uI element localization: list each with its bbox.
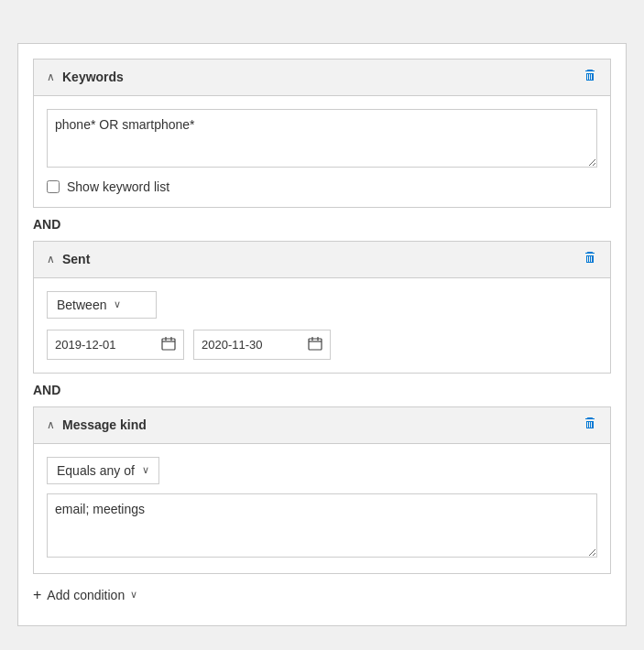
- message-kind-dropdown-value: Equals any of: [57, 463, 135, 478]
- date-field-start[interactable]: 2019-12-01: [47, 330, 184, 360]
- svg-rect-4: [309, 339, 322, 350]
- svg-rect-0: [162, 339, 175, 350]
- sent-section: ∧ Sent Between ∨ 2: [33, 241, 611, 374]
- sent-header-left: ∧ Sent: [47, 252, 90, 266]
- calendar-svg-start: [161, 336, 176, 351]
- keywords-header-left: ∧ Keywords: [47, 70, 124, 84]
- sent-dropdown-arrow: ∨: [114, 298, 121, 310]
- and-label-2: AND: [33, 383, 60, 397]
- calendar-svg-end: [308, 336, 322, 351]
- show-keyword-row: Show keyword list: [47, 179, 597, 194]
- show-keyword-checkbox[interactable]: [47, 180, 60, 193]
- sent-section-title: Sent: [62, 252, 90, 266]
- keywords-collapse-icon[interactable]: ∧: [47, 70, 55, 83]
- sent-delete-button[interactable]: [583, 251, 597, 268]
- keywords-delete-icon: [583, 69, 597, 83]
- and-label-1: AND: [33, 217, 60, 232]
- message-kind-section-body: Equals any of ∨ email; meetings: [34, 444, 610, 573]
- add-condition-chevron-icon: ∨: [130, 589, 137, 601]
- sent-collapse-icon[interactable]: ∧: [47, 253, 55, 265]
- keywords-delete-button[interactable]: [583, 69, 597, 86]
- message-kind-section-title: Message kind: [62, 417, 147, 432]
- date-field-end[interactable]: 2020-11-30: [193, 330, 331, 360]
- sent-section-body: Between ∨ 2019-12-01: [34, 278, 610, 373]
- message-kind-delete-icon: [583, 417, 597, 431]
- sent-section-header: ∧ Sent: [34, 242, 610, 278]
- date-end-text: 2020-11-30: [202, 338, 263, 352]
- message-kind-dropdown[interactable]: Equals any of ∨: [47, 457, 159, 484]
- date-fields-row: 2019-12-01 2020-11-30: [47, 330, 597, 360]
- message-kind-collapse-icon[interactable]: ∧: [47, 418, 55, 431]
- add-condition-plus-icon: +: [33, 587, 41, 603]
- sent-dropdown-row: Between ∨: [47, 291, 597, 319]
- message-kind-dropdown-arrow: ∨: [142, 464, 149, 476]
- and-connector-2: AND: [18, 374, 626, 406]
- message-kind-textarea[interactable]: email; meetings: [47, 493, 597, 558]
- and-connector-1: AND: [18, 208, 626, 241]
- sent-delete-icon: [583, 251, 597, 265]
- sent-dropdown-value: Between: [57, 298, 106, 312]
- message-kind-section: ∧ Message kind Equals any of ∨ email; me…: [33, 406, 611, 574]
- add-condition-row[interactable]: + Add condition ∨: [18, 574, 626, 607]
- date-start-text: 2019-12-01: [55, 338, 116, 352]
- message-kind-delete-button[interactable]: [583, 417, 597, 434]
- calendar-icon-end[interactable]: [308, 336, 322, 353]
- show-keyword-label[interactable]: Show keyword list: [67, 179, 169, 194]
- keywords-section-body: phone* OR smartphone* Show keyword list: [34, 96, 610, 207]
- main-card: ∧ Keywords phone* OR smartphone* Show ke…: [17, 43, 627, 626]
- keywords-textarea[interactable]: phone* OR smartphone*: [47, 109, 597, 168]
- page-container: ∧ Keywords phone* OR smartphone* Show ke…: [9, 9, 635, 650]
- sent-between-dropdown[interactable]: Between ∨: [47, 291, 157, 319]
- message-kind-section-header: ∧ Message kind: [34, 407, 610, 444]
- keywords-section-title: Keywords: [62, 70, 124, 84]
- keywords-section: ∧ Keywords phone* OR smartphone* Show ke…: [33, 59, 611, 208]
- message-kind-header-left: ∧ Message kind: [47, 417, 147, 432]
- calendar-icon-start[interactable]: [161, 336, 176, 353]
- keywords-section-header: ∧ Keywords: [34, 60, 610, 96]
- message-kind-dropdown-row: Equals any of ∨: [47, 457, 597, 484]
- add-condition-label: Add condition: [47, 588, 125, 602]
